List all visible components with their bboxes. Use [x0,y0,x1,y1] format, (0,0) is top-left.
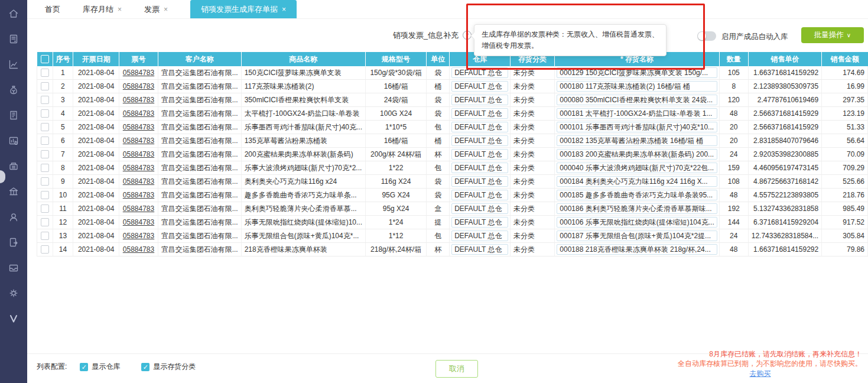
row-checkbox[interactable] [41,245,49,254]
warehouse-select[interactable]: DEFAULT 总仓 [451,149,508,160]
invoice-icon[interactable] [8,33,19,45]
row-checkbox[interactable] [41,123,49,131]
tab-4[interactable]: 销项发票生成库存单据× [190,0,297,18]
row-checkbox[interactable] [41,164,49,172]
stock-name-input[interactable]: 000180 117克茶味果冻桶装(2) 16桶/箱 桶 [557,81,717,92]
tab-2[interactable]: 库存月结× [83,0,122,18]
config-checkbox-1[interactable]: ✓显示仓库 [80,362,120,372]
fund-icon[interactable] [8,84,19,96]
settings-icon[interactable] [8,287,19,299]
table-row: 132021-08-0405884783宜昌交运集团石油有限...乐事无限组合包… [37,229,868,243]
tab-close-icon[interactable]: × [164,6,168,13]
cell-stock: 000080 350mlCICI香橙果粒爽饮料单支装 24袋... [555,93,719,107]
chart-icon[interactable] [8,59,19,70]
config-checkbox-2[interactable]: ✓显示存货分类 [141,362,196,372]
cell-n: 9 [53,175,73,189]
warehouse-select[interactable]: DEFAULT 总仓 [451,81,508,92]
stock-name-input[interactable]: 000185 趣多多香脆曲奇香浓巧克力味单条装95... [557,190,717,200]
v-logo-icon[interactable] [8,313,19,324]
invoice-number-link[interactable]: 05884783 [123,150,154,158]
cancel-button[interactable]: 取消 [435,360,478,378]
row-checkbox[interactable] [41,177,49,186]
stock-name-input[interactable]: 000182 135克草莓酱沾粉果冻桶装 16桶/箱 桶 [557,135,717,146]
invoice-number-link[interactable]: 05884783 [123,177,154,186]
cell-n: 14 [53,243,73,257]
stock-name-input[interactable]: 000184 奥利奥夹心巧克力味116g x24 116g X... [557,176,717,187]
buy-link[interactable]: 去购买 [750,369,771,378]
tab-1[interactable]: 首页 [45,0,60,18]
invoice-number-link[interactable]: 05884783 [123,191,154,199]
warehouse-select[interactable]: DEFAULT 总仓 [451,231,508,241]
row-checkbox[interactable] [41,137,49,145]
stock-name-input[interactable]: 000101 乐事墨西哥鸡汁番茄味(新尺寸)40克*10... [557,122,717,132]
row-checkbox[interactable] [41,150,49,158]
warehouse-select[interactable]: DEFAULT 总仓 [451,95,508,105]
cell-date: 2021-08-04 [73,66,119,80]
cell-spec: 218g/杯,24杯/箱 [366,243,427,257]
cell-product: 奥利奥巧轻脆薄片夹心柔滑香草慕... [241,202,365,216]
stock-name-input[interactable]: 000106 乐事无限吮指红烧肉味(提体缩短)104克... [557,217,717,228]
invoice-number-link[interactable]: 05884783 [123,245,154,254]
stock-name-input[interactable]: 000188 218克香橙味果冻爽单杯装 218g/杯,24... [557,244,717,255]
invoice-number-link[interactable]: 05884783 [123,205,154,213]
row-checkbox[interactable] [41,205,49,213]
row-checkbox[interactable] [41,232,49,240]
invoice-number-link[interactable]: 05884783 [123,164,154,172]
invoice-number-link[interactable]: 05884783 [123,123,154,131]
warehouse-select[interactable]: DEFAULT 总仓 [451,217,508,228]
warehouse-select[interactable]: DEFAULT 总仓 [451,203,508,214]
config-checkbox-label: 显示仓库 [92,362,120,372]
row-checkbox[interactable] [41,82,49,90]
cell-unit: 包 [427,229,450,243]
row-checkbox[interactable] [41,109,49,118]
stock-name-input[interactable]: 000040 乐事大波浪烤鸡翅味(新尺寸)70克*22包... [557,163,717,173]
row-checkbox[interactable] [41,191,49,199]
warehouse-select[interactable]: DEFAULT 总仓 [451,190,508,200]
warehouse-select[interactable]: DEFAULT 总仓 [451,122,508,132]
tab-close-icon[interactable]: × [282,6,286,13]
tab-label: 首页 [45,4,60,15]
stock-name-input[interactable]: 000181 太平梳打-100GX24-奶盐口味-单卷装 1... [557,108,717,119]
warehouse-select[interactable]: DEFAULT 总仓 [451,244,508,255]
row-checkbox[interactable] [41,218,49,226]
cashier-icon[interactable] [8,160,19,172]
auto-inbound-toggle[interactable] [697,31,716,41]
service-icon[interactable] [8,211,19,223]
invoice-number-link[interactable]: 05884783 [123,109,154,118]
invoice-number-link[interactable]: 05884783 [123,69,154,77]
warehouse-select[interactable]: DEFAULT 总仓 [451,163,508,173]
batch-operation-button[interactable]: 批量操作 ∨ [801,27,864,43]
stock-name-input[interactable]: 000080 350mlCICI香橙果粒爽饮料单支装 24袋... [557,95,717,105]
archive-icon[interactable] [8,262,19,274]
invoice-number-link[interactable]: 05884783 [123,82,154,90]
cell-unit: 袋 [427,175,450,189]
cell-amount: 985.49 [822,202,868,216]
tab-3[interactable]: 发票× [144,0,168,18]
row-checkbox[interactable] [41,69,49,77]
warehouse-select[interactable]: DEFAULT 总仓 [451,176,508,187]
stock-name-input[interactable]: 000186 奥利奥巧轻脆薄片夹心柔滑香草慕斯味... [557,203,717,214]
transfer-icon[interactable] [8,236,19,248]
warehouse-select[interactable]: DEFAULT 总仓 [451,67,508,78]
cell-price: 4.557522123893805 [748,189,821,202]
invoice-number-link[interactable]: 05884783 [123,137,154,145]
invoice-number-link[interactable]: 05884783 [123,96,154,104]
row-checkbox[interactable] [41,96,49,104]
report-icon[interactable] [8,135,19,147]
stock-name-input[interactable]: 000129 150克CICI菠萝味果冻爽单支装 150g/... [557,67,717,78]
cell-spec: 150g/袋*30袋/箱 [366,66,427,80]
cell-n: 13 [53,229,73,243]
warehouse-select[interactable]: DEFAULT 总仓 [451,108,508,119]
invoice-number-link[interactable]: 05884783 [123,232,154,240]
home-icon[interactable] [8,8,19,20]
select-all-checkbox[interactable] [41,55,49,63]
warehouse-select[interactable]: DEFAULT 总仓 [451,135,508,146]
stock-name-input[interactable]: 000183 200克蜜桔果肉果冻单杯装(新条码) 200... [557,149,717,160]
cell-category: 未分类 [510,121,554,134]
bank-icon[interactable] [8,186,19,197]
invoice-number-link[interactable]: 05884783 [123,218,154,226]
cell-qty: 48 [719,189,748,202]
stock-name-input[interactable]: 000187 乐事无限组合包(原味+黄瓜)104克*2提... [557,231,717,241]
tab-close-icon[interactable]: × [118,6,122,13]
ledger-icon[interactable] [8,109,19,121]
